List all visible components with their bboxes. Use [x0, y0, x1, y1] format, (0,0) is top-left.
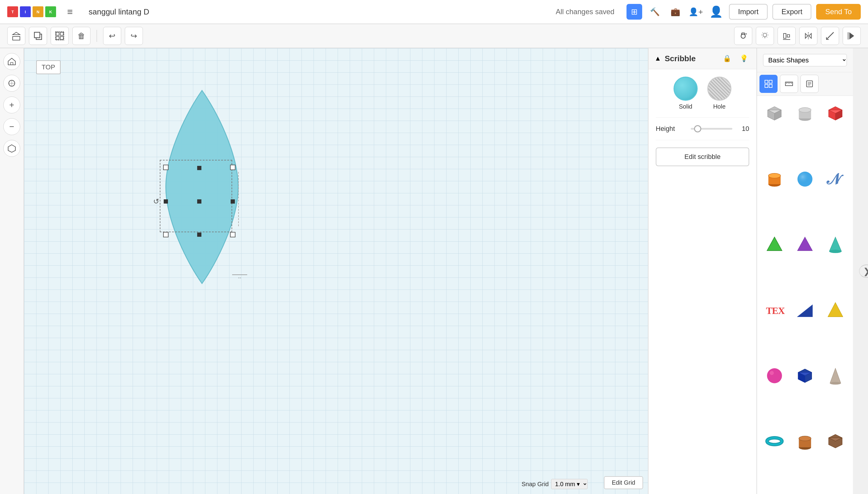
svg-rect-29 — [765, 80, 768, 83]
svg-line-18 — [826, 32, 834, 39]
lock-icon-button[interactable]: 🔒 — [720, 52, 734, 65]
shape-item-box-gray[interactable] — [762, 101, 788, 126]
props-content: Solid Hole Height 10 Edit scribble — [649, 69, 756, 173]
right-side: ▲ Scribble 🔒 💡 Solid Hole — [648, 48, 868, 494]
shape-item-sphere-pink[interactable] — [762, 363, 788, 388]
shape-item-box-red[interactable] — [823, 101, 848, 126]
panel-arrow-button[interactable]: ❯ — [859, 265, 868, 278]
notes-tab-button[interactable] — [801, 75, 818, 93]
edit-grid-button[interactable]: Edit Grid — [604, 476, 643, 489]
document-title[interactable]: sanggul lintang D — [89, 7, 149, 17]
app-logo: T I N K — [7, 6, 56, 17]
svg-rect-6 — [56, 37, 59, 39]
shape-item-pyramid-green[interactable] — [762, 232, 788, 258]
svg-marker-61 — [797, 237, 812, 251]
lightbulb-icon-button[interactable]: 💡 — [737, 52, 750, 65]
svg-rect-8 — [56, 32, 64, 40]
handle-tm[interactable] — [197, 166, 201, 170]
svg-marker-67 — [828, 303, 843, 317]
snap-grid-control: Snap Grid 1.0 mm ▾ 0.1 mm 0.5 mm 2.0 mm … — [522, 479, 587, 489]
scribble-shape[interactable]: ↺ ↔ — [151, 88, 253, 286]
svg-rect-31 — [765, 84, 768, 88]
build-button[interactable]: 🔨 — [647, 4, 663, 20]
handle-mr[interactable] — [231, 200, 235, 204]
hamburger-menu[interactable]: ≡ — [61, 3, 79, 21]
top-bar: T I N K ≡ sanggul lintang D All changes … — [0, 0, 868, 24]
view-label[interactable]: TOP — [36, 60, 61, 74]
new-workplane-button[interactable] — [7, 27, 25, 45]
shapes-3d-button[interactable] — [3, 140, 20, 157]
ruler-tab-button[interactable] — [780, 75, 798, 93]
svg-rect-32 — [769, 84, 772, 88]
mirror-button[interactable] — [799, 27, 817, 45]
svg-marker-73 — [830, 368, 841, 383]
briefcase-button[interactable]: 💼 — [668, 4, 683, 20]
shape-item-shape-brown[interactable] — [823, 429, 848, 454]
handle-tl[interactable] — [163, 165, 169, 170]
grid-view-button[interactable]: ⊞ — [626, 4, 642, 20]
duplicate-button[interactable] — [29, 27, 47, 45]
zoom-in-button[interactable]: + — [3, 96, 20, 113]
handle-ml[interactable] — [164, 200, 168, 204]
handle-bm[interactable] — [197, 232, 201, 237]
svg-marker-59 — [767, 237, 782, 251]
shape-item-cone-gray[interactable] — [823, 363, 848, 388]
shape-item-box-navy[interactable] — [792, 363, 818, 388]
grid-tab-button[interactable] — [759, 75, 777, 93]
panel-arrow-icon: ❯ — [863, 266, 868, 276]
svg-marker-15 — [805, 34, 808, 38]
snap-grid-select[interactable]: 1.0 mm ▾ 0.1 mm 0.5 mm 2.0 mm 5.0 mm 10.… — [551, 479, 587, 489]
svg-point-55 — [769, 173, 781, 178]
handle-mc[interactable] — [197, 200, 201, 204]
shape-item-wedge-navy[interactable] — [792, 297, 818, 323]
solid-option[interactable]: Solid — [674, 77, 698, 110]
shape-item-text-red[interactable]: TEXT — [762, 297, 788, 323]
add-user-button[interactable]: 👤+ — [688, 4, 704, 20]
shape-item-cone-teal[interactable] — [823, 232, 848, 258]
svg-rect-10 — [746, 34, 747, 34]
shape-item-cylinder-orange[interactable] — [762, 166, 788, 192]
svg-rect-13 — [787, 35, 790, 37]
svg-point-49 — [799, 108, 811, 113]
home-view-button[interactable] — [3, 53, 20, 70]
measure-button[interactable] — [821, 27, 839, 45]
shapes-panel: Basic Shapes Letters Numbers Math Text F… — [756, 48, 853, 494]
shapes-category-dropdown[interactable]: Basic Shapes Letters Numbers Math Text F… — [763, 54, 847, 66]
handle-tr[interactable] — [230, 165, 235, 170]
canvas-area[interactable]: TOP ↺ ↔ — [24, 48, 648, 494]
rotate-handle[interactable]: ↺ — [153, 197, 159, 206]
shape-item-cylinder-orange2[interactable] — [792, 429, 818, 454]
import-button[interactable]: Import — [729, 4, 768, 20]
export-button[interactable]: Export — [772, 4, 811, 20]
flip-button[interactable] — [843, 27, 861, 45]
redo-button[interactable]: ↪ — [125, 27, 143, 45]
light-button[interactable] — [756, 27, 774, 45]
shape-item-special-blue[interactable]: 𝒩 — [823, 166, 848, 192]
zoom-out-button[interactable]: − — [3, 118, 20, 135]
shape-item-pyramid-purple[interactable] — [792, 232, 818, 258]
shape-item-cylinder-gray[interactable] — [792, 101, 818, 126]
group-button[interactable] — [51, 27, 69, 45]
handle-bl[interactable] — [163, 232, 169, 238]
height-value: 10 — [737, 125, 749, 133]
svg-rect-5 — [60, 32, 63, 35]
camera-button[interactable] — [734, 27, 752, 45]
shape-item-torus-teal[interactable] — [762, 429, 788, 454]
shape-item-pyramid-yellow[interactable] — [823, 297, 848, 323]
collapse-icon[interactable]: ▲ — [655, 55, 661, 62]
undo-button[interactable]: ↩ — [103, 27, 121, 45]
align-button[interactable] — [777, 27, 796, 45]
svg-marker-21 — [849, 32, 854, 39]
fit-all-button[interactable] — [3, 75, 20, 92]
svg-rect-24 — [11, 62, 13, 65]
shape-item-sphere-blue[interactable] — [792, 166, 818, 192]
svg-point-79 — [799, 436, 811, 441]
send-to-button[interactable]: Send To — [816, 4, 861, 20]
handle-br[interactable] — [230, 232, 235, 238]
toolbar: 🗑 ↩ ↪ — [0, 24, 868, 48]
height-slider[interactable] — [691, 128, 732, 130]
delete-button[interactable]: 🗑 — [72, 27, 91, 45]
profile-button[interactable]: 👤 — [709, 4, 724, 20]
edit-scribble-button[interactable]: Edit scribble — [656, 148, 749, 166]
hole-option[interactable]: Hole — [707, 77, 731, 110]
